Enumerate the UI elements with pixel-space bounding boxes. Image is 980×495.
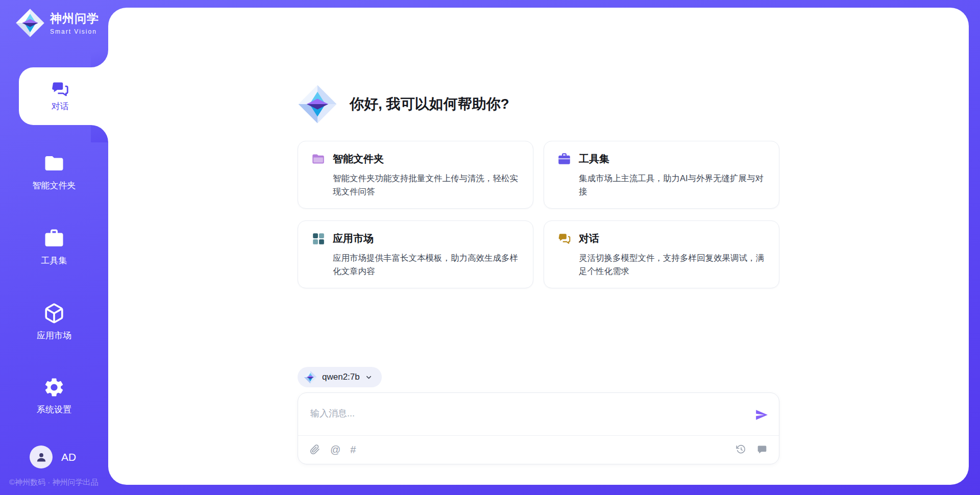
brand-subtitle: Smart Vision	[50, 28, 99, 35]
history-icon[interactable]	[736, 444, 747, 455]
chevron-down-icon	[365, 374, 373, 381]
card-title: 应用市场	[333, 232, 374, 245]
person-icon	[35, 451, 48, 464]
greeting-text: 你好, 我可以如何帮助你?	[350, 94, 509, 114]
brand-logo-diamond-icon	[15, 8, 45, 38]
composer-toolbar: @ #	[309, 435, 768, 464]
copyright-footer: ©神州数码 · 神州问学出品	[9, 478, 98, 487]
card-toolset[interactable]: 工具集 集成市场上主流工具，助力AI与外界无缝扩展与对接	[544, 141, 779, 209]
card-description: 灵活切换多模型文件，支持多样回复效果调试，满足个性化需求	[579, 251, 766, 278]
send-button[interactable]	[754, 408, 769, 423]
user-profile[interactable]: AD	[30, 445, 76, 468]
cube-icon	[42, 302, 66, 325]
card-description: 集成市场上主流工具，助力AI与外界无缝扩展与对接	[579, 171, 766, 198]
paperclip-icon[interactable]	[309, 444, 321, 455]
card-title: 工具集	[579, 152, 609, 166]
sidebar-item-label: 对话	[52, 101, 69, 112]
model-selector[interactable]: qwen2:7b	[298, 367, 382, 387]
sidebar-item-label: 系统设置	[37, 404, 71, 415]
avatar	[30, 445, 53, 468]
at-icon[interactable]: @	[330, 444, 340, 455]
folder-open-icon	[311, 152, 325, 166]
sidebar-item-label: 工具集	[41, 255, 67, 266]
model-name: qwen2:7b	[322, 372, 360, 382]
chat-bubbles-icon	[557, 232, 571, 245]
chat-icon[interactable]	[756, 444, 768, 455]
greeting-logo-diamond-icon	[298, 84, 337, 124]
card-title: 智能文件夹	[333, 152, 384, 166]
user-name: AD	[61, 451, 76, 463]
sidebar-item-label: 应用市场	[37, 330, 71, 341]
message-composer: @ #	[298, 392, 779, 464]
sidebar-item-settings[interactable]: 系统设置	[0, 376, 108, 415]
sidebar-item-label: 智能文件夹	[33, 180, 76, 191]
briefcase-icon	[557, 152, 571, 166]
brand: 神州问学 Smart Vision	[15, 8, 99, 38]
greeting: 你好, 我可以如何帮助你?	[298, 84, 509, 124]
card-title: 对话	[579, 232, 599, 245]
folder-icon	[42, 152, 66, 175]
active-tab-curve-top	[91, 50, 108, 67]
brand-name: 神州问学	[50, 11, 99, 27]
gear-icon	[42, 376, 66, 399]
main-panel: 你好, 我可以如何帮助你? 智能文件夹 智能文件夹功能支持批量文件上传与清洗，轻…	[108, 8, 969, 485]
card-smart-folder[interactable]: 智能文件夹 智能文件夹功能支持批量文件上传与清洗，轻松实现文件问答	[298, 141, 533, 209]
chat-bubbles-icon	[51, 80, 69, 101]
send-icon	[755, 408, 768, 422]
grid-icon	[311, 232, 325, 245]
sidebar-item-app-market[interactable]: 应用市场	[0, 302, 108, 341]
card-description: 智能文件夹功能支持批量文件上传与清洗，轻松实现文件问答	[333, 171, 520, 198]
sidebar-item-toolset[interactable]: 工具集	[0, 227, 108, 266]
card-app-market[interactable]: 应用市场 应用市场提供丰富长文本模板，助力高效生成多样化文章内容	[298, 220, 533, 288]
card-description: 应用市场提供丰富长文本模板，助力高效生成多样化文章内容	[333, 251, 520, 278]
active-tab-curve-bottom	[91, 125, 108, 142]
feature-cards: 智能文件夹 智能文件夹功能支持批量文件上传与清洗，轻松实现文件问答 工具集 集成…	[298, 141, 779, 288]
sidebar: 神州问学 Smart Vision 对话 智能文件夹 工具集	[0, 0, 108, 495]
model-logo-diamond-icon	[304, 370, 317, 384]
card-chat[interactable]: 对话 灵活切换多模型文件，支持多样回复效果调试，满足个性化需求	[544, 220, 779, 288]
sidebar-item-smart-folder[interactable]: 智能文件夹	[0, 152, 108, 191]
message-input[interactable]	[310, 403, 729, 424]
sidebar-item-chat[interactable]: 对话	[19, 67, 108, 125]
hash-icon[interactable]: #	[350, 444, 356, 455]
briefcase-icon	[42, 227, 66, 250]
